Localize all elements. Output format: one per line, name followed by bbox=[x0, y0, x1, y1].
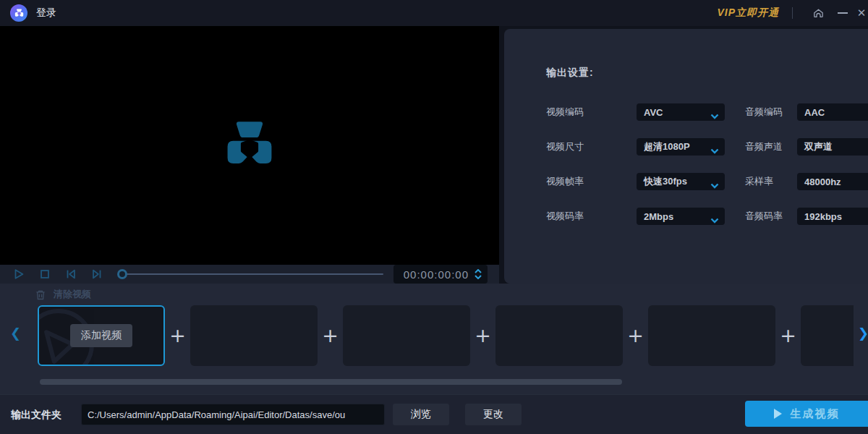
video-preview-area[interactable] bbox=[0, 26, 499, 265]
video-codec-select[interactable]: AVC bbox=[637, 103, 725, 121]
timeline-section: 清除视频 ❮ 添加视频 + + + bbox=[0, 284, 868, 394]
clip-slot-empty[interactable] bbox=[343, 305, 470, 366]
spinner-down-icon[interactable] bbox=[475, 275, 482, 279]
video-size-label: 视频尺寸 bbox=[546, 140, 637, 153]
audio-codec-select[interactable]: AAC bbox=[797, 103, 868, 121]
plus-icon: + bbox=[470, 305, 495, 366]
clip-slot-empty[interactable] bbox=[495, 305, 623, 366]
video-bitrate-label: 视频码率 bbox=[546, 210, 637, 223]
close-icon[interactable]: ✕ bbox=[855, 0, 868, 26]
play-button[interactable] bbox=[12, 267, 26, 281]
watermark-robot-logo-icon bbox=[221, 115, 278, 176]
player-controls-bar: 00:00:00:00 bbox=[0, 265, 499, 284]
app-logo-icon[interactable] bbox=[10, 4, 27, 22]
timeline-scrollbar[interactable] bbox=[40, 379, 622, 385]
clear-videos-label: 清除视频 bbox=[54, 288, 91, 301]
clip-slot-add[interactable]: 添加视频 bbox=[38, 305, 165, 366]
generate-video-button[interactable]: 生成视频 bbox=[745, 401, 868, 427]
sample-rate-label: 采样率 bbox=[735, 175, 797, 188]
timecode-spinner[interactable] bbox=[475, 269, 482, 279]
clip-slot-empty[interactable] bbox=[801, 305, 854, 366]
prev-frame-button[interactable] bbox=[64, 267, 78, 281]
chevron-down-icon bbox=[710, 144, 719, 157]
frame-rate-select[interactable]: 快速30fps bbox=[637, 173, 725, 190]
seek-track[interactable] bbox=[122, 273, 383, 275]
plus-icon: + bbox=[165, 305, 190, 366]
play-triangle-icon bbox=[774, 409, 782, 419]
chevron-down-icon bbox=[710, 213, 719, 226]
clip-slot-empty[interactable] bbox=[648, 305, 775, 366]
clip-slot-empty[interactable] bbox=[190, 305, 318, 366]
stop-button[interactable] bbox=[38, 267, 52, 281]
trash-icon bbox=[35, 289, 46, 301]
video-bitrate-select[interactable]: 2Mbps bbox=[637, 208, 725, 225]
audio-bitrate-select[interactable]: 192kbps bbox=[797, 208, 868, 225]
timecode-value: 00:00:00:00 bbox=[404, 268, 469, 281]
footer-bar: 输出文件夹 浏览 更改 生成视频 bbox=[0, 394, 868, 434]
frame-rate-label: 视频帧率 bbox=[546, 175, 637, 188]
output-path-input[interactable] bbox=[81, 404, 385, 425]
output-settings-fields: 视频编码 AVC 音频编码 AAC 视频尺寸 超清1080P 音频声道 双声道 … bbox=[546, 103, 868, 225]
seek-slider[interactable] bbox=[117, 267, 383, 281]
timecode-field[interactable]: 00:00:00:00 bbox=[393, 265, 488, 284]
minimize-icon[interactable] bbox=[830, 0, 855, 26]
video-size-select[interactable]: 超清1080P bbox=[637, 138, 725, 156]
scroll-left-icon[interactable]: ❮ bbox=[10, 326, 21, 341]
timeline-track: 添加视频 + + + + + bbox=[38, 305, 854, 367]
audio-codec-label: 音频编码 bbox=[735, 106, 797, 119]
chevron-down-icon bbox=[710, 109, 719, 122]
clear-videos-button[interactable]: 清除视频 bbox=[35, 288, 91, 301]
audio-bitrate-label: 音频码率 bbox=[735, 210, 797, 223]
robot-logo-icon bbox=[14, 8, 25, 19]
chevron-down-icon bbox=[710, 179, 719, 192]
plus-icon: + bbox=[623, 305, 648, 366]
browse-button[interactable]: 浏览 bbox=[393, 404, 449, 425]
output-settings-panel: 输出设置: 视频编码 AVC 音频编码 AAC 视频尺寸 超清1080P 音频声… bbox=[504, 29, 868, 284]
audio-channels-select[interactable]: 双声道 bbox=[797, 138, 868, 156]
video-codec-label: 视频编码 bbox=[546, 106, 637, 119]
login-button[interactable]: 登录 bbox=[36, 7, 56, 20]
app-window: 登录 VIP立即开通 ✕ bbox=[0, 0, 868, 434]
plus-icon: + bbox=[318, 305, 343, 366]
output-settings-title: 输出设置: bbox=[546, 67, 594, 80]
plus-icon: + bbox=[775, 305, 801, 366]
spinner-up-icon[interactable] bbox=[475, 269, 482, 273]
titlebar: 登录 VIP立即开通 ✕ bbox=[0, 0, 868, 26]
change-button[interactable]: 更改 bbox=[465, 404, 522, 425]
sample-rate-select[interactable]: 48000hz bbox=[797, 173, 868, 190]
titlebar-right: VIP立即开通 ✕ bbox=[717, 0, 868, 26]
home-icon[interactable] bbox=[806, 0, 830, 26]
seek-thumb[interactable] bbox=[117, 269, 127, 279]
scroll-right-icon[interactable]: ❯ bbox=[858, 326, 868, 341]
audio-channels-label: 音频声道 bbox=[735, 140, 797, 153]
titlebar-divider bbox=[792, 7, 793, 19]
add-video-button[interactable]: 添加视频 bbox=[70, 324, 132, 347]
next-frame-button[interactable] bbox=[90, 267, 104, 281]
vip-upgrade-button[interactable]: VIP立即开通 bbox=[717, 7, 779, 20]
output-folder-label: 输出文件夹 bbox=[11, 409, 61, 422]
